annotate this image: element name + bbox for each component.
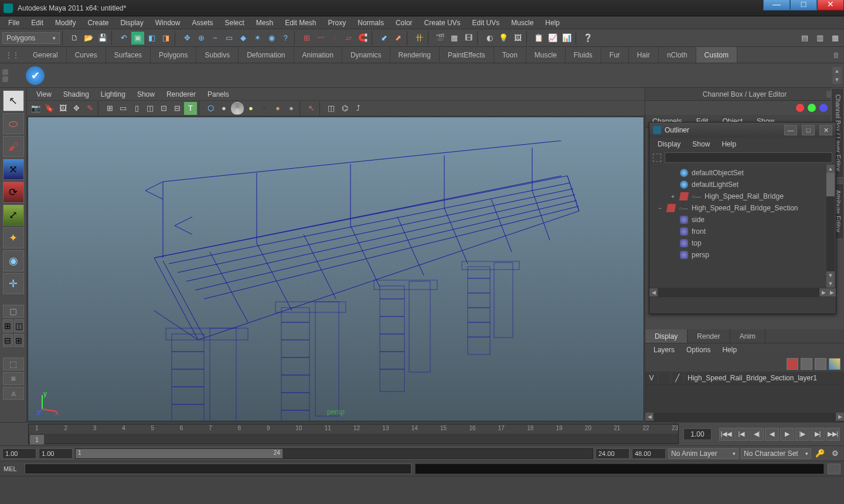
vp-smooth-shade-icon[interactable]: ● (217, 102, 230, 115)
command-input[interactable] (25, 464, 411, 474)
outputs-icon[interactable]: ⬈ (392, 32, 404, 45)
vp-safe-action-icon[interactable]: ⊟ (171, 102, 183, 115)
command-lang-label[interactable]: MEL (4, 465, 21, 472)
scroll-up-icon[interactable]: ▲ (826, 165, 835, 173)
two-pane-layout[interactable]: ◫ (14, 319, 24, 332)
outliner-item[interactable]: defaultObjectSet (649, 167, 836, 179)
minimize-button[interactable]: — (763, 0, 790, 11)
outliner-menu-help[interactable]: Help (716, 139, 742, 149)
hscroll-right2-icon[interactable]: ▶ (828, 288, 836, 297)
layer-list[interactable]: V╱High_Speed_Rail_Bridge_Section_layer1 (645, 372, 844, 413)
layer-tab-anim[interactable]: Anim (730, 329, 765, 343)
mask-curve-icon[interactable]: ~ (209, 32, 222, 45)
step-forward-button[interactable]: |▶ (795, 428, 809, 441)
vp-grease-icon[interactable]: ✎ (83, 102, 96, 115)
scale-tool[interactable]: ⤢ (3, 205, 24, 226)
outliner-layout[interactable]: ≡ (3, 372, 24, 385)
x-axis-icon[interactable] (796, 104, 804, 112)
outliner-item[interactable]: front (649, 226, 836, 237)
time-slider-bar[interactable]: 1 (29, 434, 678, 445)
step-back-key-button[interactable]: |◀ (734, 428, 748, 441)
current-time-marker[interactable]: 1 (30, 435, 44, 444)
dope-sheet-icon[interactable]: 📊 (560, 32, 573, 45)
script-editor-button[interactable] (828, 464, 840, 474)
shelf-tab-toon[interactable]: Toon (494, 47, 526, 63)
outliner-hscrollbar[interactable]: ◀ ▶ ▶ (649, 288, 836, 297)
shelf-tab-general[interactable]: General (25, 47, 67, 63)
scroll-down2-icon[interactable]: ▼ (826, 280, 835, 288)
layer-menu-layers[interactable]: Layers (648, 345, 680, 355)
shelf-tab-subdivs[interactable]: Subdivs (196, 47, 239, 63)
vp-screen-space-ao-icon[interactable]: ● (285, 102, 298, 115)
render-settings-icon[interactable]: 🎞 (462, 32, 475, 45)
vp-film-gate-icon[interactable]: ▭ (117, 102, 130, 115)
range-end-outer[interactable] (632, 448, 666, 459)
ipr-render-icon[interactable]: ▦ (448, 32, 461, 45)
move-layer-down-icon[interactable] (801, 358, 812, 370)
shelf-tab-custom[interactable]: Custom (696, 47, 737, 63)
outliner-menu-display[interactable]: Display (652, 139, 686, 149)
mask-joint-icon[interactable]: ⊕ (195, 32, 207, 45)
outliner-titlebar[interactable]: Outliner — □ ✕ (649, 122, 836, 138)
character-set-selector[interactable]: No Character Set (741, 448, 811, 459)
menu-createuvs[interactable]: Create UVs (418, 18, 467, 28)
shelf-tab-ncloth[interactable]: nCloth (659, 47, 696, 63)
outliner-search-input[interactable] (665, 152, 832, 163)
mask-deform-icon[interactable]: ◆ (237, 32, 250, 45)
outliner-close-button[interactable]: ✕ (819, 125, 832, 135)
layer-hscroll-right[interactable]: ▶ (836, 413, 844, 421)
snap-grid-icon[interactable]: ⊞ (300, 32, 313, 45)
viewport-canvas[interactable]: y x z persp (28, 117, 644, 421)
menu-help[interactable]: Help (539, 18, 566, 28)
menu-normals[interactable]: Normals (352, 18, 390, 28)
layer-display-type[interactable]: ╱ (671, 372, 684, 384)
close-button[interactable]: ✕ (817, 0, 844, 11)
shelf-tab-fluids[interactable]: Fluids (566, 47, 601, 63)
module-selector[interactable]: Polygons (2, 32, 60, 44)
show-attr-editor-icon[interactable]: ▤ (798, 32, 811, 45)
snap-plane-icon[interactable]: ▱ (342, 32, 355, 45)
shelf-handle[interactable]: ⋮⋮ (0, 47, 25, 63)
outliner-item[interactable]: defaultLightSet (649, 179, 836, 190)
expand-icon[interactable]: + (669, 193, 676, 200)
menu-create[interactable]: Create (81, 18, 114, 28)
universal-manip-tool[interactable]: ✦ (3, 227, 24, 248)
vp-grid-icon[interactable]: ⊞ (103, 102, 116, 115)
shelf-tab-muscle[interactable]: Muscle (526, 47, 566, 63)
show-manip-tool[interactable]: ✛ (3, 273, 24, 294)
graph-editor-icon[interactable]: 📈 (546, 32, 559, 45)
help-icon[interactable]: ❔ (581, 32, 594, 45)
outliner-tree[interactable]: defaultObjectSetdefaultLightSet+○—High_S… (649, 165, 836, 288)
expand-icon[interactable]: − (656, 205, 663, 212)
vp-menu-show[interactable]: Show (131, 89, 161, 100)
vp-2d-pan-icon[interactable]: ✥ (70, 102, 83, 115)
menu-window[interactable]: Window (149, 18, 186, 28)
time-slider-handle[interactable] (0, 423, 27, 445)
shelf-custom-check-icon[interactable]: ✔ (26, 66, 45, 85)
anim-layer-selector[interactable]: No Anim Layer (668, 448, 738, 459)
persp-layout[interactable]: ⬚ (3, 357, 24, 370)
menu-muscle[interactable]: Muscle (505, 18, 539, 28)
scroll-down-icon[interactable]: ▼ (826, 271, 835, 280)
go-to-end-button[interactable]: ▶▶| (826, 428, 840, 441)
mask-handle-icon[interactable]: ✥ (181, 32, 193, 45)
move-layer-up-icon[interactable] (787, 358, 798, 370)
outliner-min-button[interactable]: — (784, 125, 797, 135)
render-frame-icon[interactable]: 🎬 (434, 32, 447, 45)
playblast-icon[interactable]: 📋 (532, 32, 545, 45)
vp-shadows-icon[interactable]: ● (258, 102, 271, 115)
layer-playback-toggle[interactable] (658, 372, 671, 384)
vp-high-quality-icon[interactable]: ● (271, 102, 284, 115)
lasso-tool[interactable]: ⬭ (3, 113, 24, 134)
layer-hscroll-left[interactable]: ◀ (645, 413, 654, 421)
hscroll-right-icon[interactable]: ▶ (819, 288, 828, 297)
step-forward-key-button[interactable]: ▶| (811, 428, 825, 441)
prefs-icon[interactable]: ⚙ (829, 447, 842, 460)
four-pane-layout[interactable]: ⊞ (3, 319, 13, 332)
vp-wireframe-icon[interactable]: ⬡ (204, 102, 217, 115)
layer-hscrollbar[interactable]: ◀ ▶ (645, 413, 844, 422)
maximize-button[interactable]: □ (790, 0, 817, 11)
create-layer-from-selected-icon[interactable] (829, 358, 840, 370)
go-to-start-button[interactable]: |◀◀ (719, 428, 733, 441)
inputs-icon[interactable]: ⬋ (377, 32, 390, 45)
